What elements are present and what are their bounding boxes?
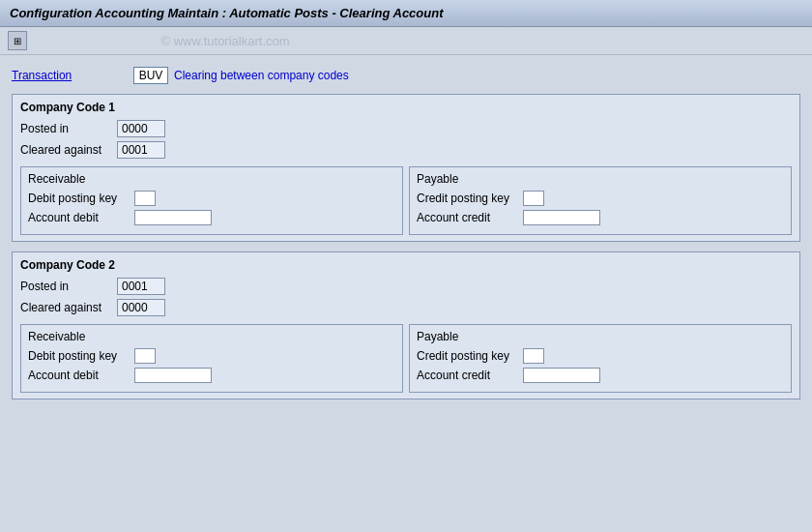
company1-payable-header: Payable <box>417 172 784 186</box>
transaction-description: Clearing between company codes <box>174 69 349 82</box>
company2-debit-posting-key-label: Debit posting key <box>28 349 134 363</box>
company2-receivable-section: Receivable Debit posting key Account deb… <box>20 324 403 393</box>
company1-posted-in-row: Posted in <box>20 120 792 137</box>
company2-cleared-against-label: Cleared against <box>20 301 117 314</box>
company-code-2-header: Company Code 2 <box>20 258 792 272</box>
company2-cleared-against-row: Cleared against <box>20 299 792 316</box>
company2-account-credit-row: Account credit <box>417 368 784 383</box>
company1-account-debit-input[interactable] <box>134 210 212 225</box>
company2-debit-posting-key-input[interactable] <box>134 348 156 364</box>
company1-debit-posting-key-label: Debit posting key <box>28 192 134 205</box>
company1-posted-in-input[interactable] <box>117 120 165 137</box>
company-code-2-section: Company Code 2 Posted in Cleared against… <box>12 251 800 399</box>
company1-account-debit-label: Account debit <box>28 211 134 224</box>
company2-account-credit-label: Account credit <box>417 369 523 382</box>
company1-account-credit-row: Account credit <box>417 210 784 225</box>
company2-credit-posting-key-input[interactable] <box>523 348 544 364</box>
company1-payable-section: Payable Credit posting key Account credi… <box>409 166 792 235</box>
company-code-1-section: Company Code 1 Posted in Cleared against… <box>12 94 800 242</box>
company2-payable-header: Payable <box>417 330 784 343</box>
company1-credit-posting-key-label: Credit posting key <box>417 192 523 205</box>
company2-receivable-header: Receivable <box>28 330 395 343</box>
company2-account-debit-input[interactable] <box>134 368 212 383</box>
company1-cleared-against-row: Cleared against <box>20 141 792 159</box>
company1-cleared-against-input[interactable] <box>117 141 165 159</box>
company-code-1-header: Company Code 1 <box>20 101 792 114</box>
transaction-row: Transaction Clearing between company cod… <box>12 67 800 84</box>
company2-credit-posting-key-row: Credit posting key <box>417 348 784 364</box>
title-bar: Configuration Accounting Maintain : Auto… <box>0 0 812 27</box>
company1-credit-posting-key-row: Credit posting key <box>417 191 784 206</box>
company1-debit-posting-key-input[interactable] <box>134 191 156 206</box>
company2-posted-in-row: Posted in <box>20 278 792 295</box>
title-text: Configuration Accounting Maintain : Auto… <box>10 6 444 20</box>
company1-debit-posting-key-row: Debit posting key <box>28 191 395 206</box>
grid-icon: ⊞ <box>14 36 21 46</box>
company2-debit-posting-key-row: Debit posting key <box>28 348 395 364</box>
toolbar: ⊞ © www.tutorialkart.com <box>0 27 812 55</box>
company2-cleared-against-input[interactable] <box>117 299 165 316</box>
company2-account-debit-row: Account debit <box>28 368 395 383</box>
company2-payable-section: Payable Credit posting key Account credi… <box>409 324 792 393</box>
company1-cleared-against-label: Cleared against <box>20 143 117 157</box>
company2-posted-in-label: Posted in <box>20 280 117 293</box>
watermark: © www.tutorialkart.com <box>35 34 416 48</box>
company2-posted-in-input[interactable] <box>117 278 165 295</box>
company1-account-credit-input[interactable] <box>523 210 600 225</box>
toolbar-icon[interactable]: ⊞ <box>8 31 27 50</box>
company1-receivable-header: Receivable <box>28 172 395 186</box>
transaction-value-field[interactable] <box>133 67 168 84</box>
company1-posted-in-label: Posted in <box>20 122 117 135</box>
company1-account-credit-label: Account credit <box>417 211 523 224</box>
company1-receivable-section: Receivable Debit posting key Account deb… <box>20 166 403 235</box>
company2-account-credit-input[interactable] <box>523 368 600 383</box>
company1-credit-posting-key-input[interactable] <box>523 191 544 206</box>
company2-account-debit-label: Account debit <box>28 369 134 382</box>
company2-credit-posting-key-label: Credit posting key <box>417 349 523 363</box>
transaction-label[interactable]: Transaction <box>12 69 128 82</box>
company1-account-debit-row: Account debit <box>28 210 395 225</box>
